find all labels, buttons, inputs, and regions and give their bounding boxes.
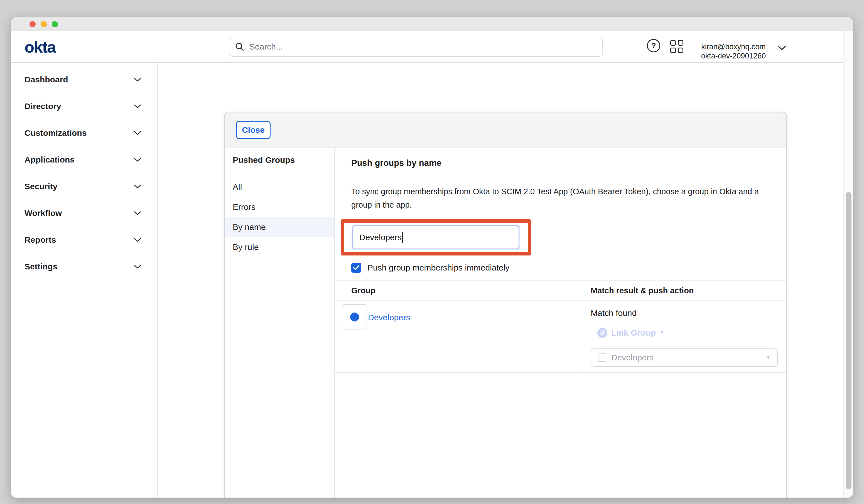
account-chevron-down-icon[interactable]: [777, 45, 787, 51]
row-bottom-border: [335, 372, 583, 373]
close-button[interactable]: Close: [236, 121, 271, 139]
zoom-window-button[interactable]: [52, 21, 58, 27]
caret-down-icon: ▼: [660, 330, 664, 336]
minimize-window-button[interactable]: [41, 21, 47, 27]
group-avatar-donut-icon: [350, 313, 359, 322]
sidebar-item-settings[interactable]: Settings: [11, 253, 157, 280]
push-by-name-content: Push groups by name To sync group member…: [335, 147, 786, 497]
section-description: To sync group memberships from Okta to S…: [351, 185, 777, 212]
push-immediately-label: Push group memberships immediately: [368, 263, 509, 273]
chevron-down-icon: [134, 131, 141, 135]
table-top-border: [335, 280, 786, 280]
pushed-groups-title: Pushed Groups: [233, 155, 295, 165]
group-name-link[interactable]: Developers: [368, 313, 410, 322]
group-name-input[interactable]: Developers: [352, 225, 519, 249]
link-group-label: Link Group: [611, 328, 656, 338]
section-heading: Push groups by name: [351, 158, 442, 168]
global-search[interactable]: [229, 37, 603, 57]
chevron-down-icon: [134, 238, 141, 242]
target-group-value: Developers: [611, 353, 766, 362]
sidebar: Dashboard Directory Customizations Appli…: [11, 63, 158, 497]
chevron-down-icon: [134, 184, 141, 189]
target-group-dropdown[interactable]: Developers ▼: [591, 348, 778, 367]
pushed-groups-nav: Pushed Groups All Errors By name By rule: [225, 147, 335, 497]
link-group-button[interactable]: Link Group ▼: [597, 328, 664, 338]
page-body: Dashboard Directory Customizations Appli…: [11, 63, 853, 497]
sidebar-item-dashboard[interactable]: Dashboard: [11, 66, 157, 93]
sidebar-item-directory[interactable]: Directory: [11, 93, 157, 120]
account-org: okta-dev-20901260: [693, 51, 774, 61]
match-status: Match found: [591, 308, 637, 318]
browser-window: okta kiran@boxyhq.com okta-dev-20901260: [11, 17, 853, 497]
chevron-down-icon: [134, 211, 141, 215]
close-window-button[interactable]: [29, 21, 36, 27]
panel-toolbar: Close: [225, 112, 786, 147]
sidebar-item-reports[interactable]: Reports: [11, 227, 157, 253]
group-placeholder-icon: [598, 353, 606, 362]
nav-item-by-name[interactable]: By name: [225, 217, 334, 237]
nav-item-errors[interactable]: Errors: [225, 197, 334, 217]
window-titlebar: [11, 17, 853, 31]
chevron-down-icon: [134, 77, 141, 82]
sidebar-item-security[interactable]: Security: [11, 173, 157, 200]
chevron-down-icon: [134, 264, 141, 269]
table-header-border: [335, 301, 786, 301]
check-icon: [353, 265, 360, 271]
search-icon: [235, 42, 244, 51]
link-icon: [597, 328, 607, 338]
column-header-group: Group: [351, 286, 375, 295]
group-avatar: [342, 304, 367, 329]
chevron-down-icon: [134, 157, 141, 162]
okta-logo: okta: [24, 31, 56, 62]
help-icon[interactable]: [647, 39, 660, 52]
text-cursor: [402, 232, 403, 243]
row-bottom-border: [584, 372, 787, 373]
account-email: kiran@boxyhq.com: [693, 42, 774, 51]
nav-item-all[interactable]: All: [225, 177, 334, 197]
app-header: okta kiran@boxyhq.com okta-dev-20901260: [11, 31, 853, 63]
push-immediately-checkbox[interactable]: [351, 263, 361, 273]
column-header-match: Match result & push action: [591, 286, 694, 295]
scrollbar-track[interactable]: [843, 31, 853, 497]
scrollbar-thumb[interactable]: [846, 192, 851, 489]
pushed-groups-panel: Close Pushed Groups All Errors By name B…: [224, 112, 787, 497]
nav-item-by-rule[interactable]: By rule: [225, 237, 334, 257]
apps-grid-icon[interactable]: [670, 40, 683, 53]
search-input[interactable]: [249, 42, 597, 52]
window-controls: [29, 21, 58, 27]
sidebar-item-workflow[interactable]: Workflow: [11, 200, 157, 227]
chevron-down-icon: [134, 104, 141, 109]
sidebar-item-customizations[interactable]: Customizations: [11, 120, 157, 146]
sidebar-item-applications[interactable]: Applications: [11, 146, 157, 173]
caret-down-icon: ▼: [766, 355, 770, 360]
push-immediately-row: Push group memberships immediately: [351, 263, 509, 273]
account-menu[interactable]: kiran@boxyhq.com okta-dev-20901260: [693, 42, 774, 61]
